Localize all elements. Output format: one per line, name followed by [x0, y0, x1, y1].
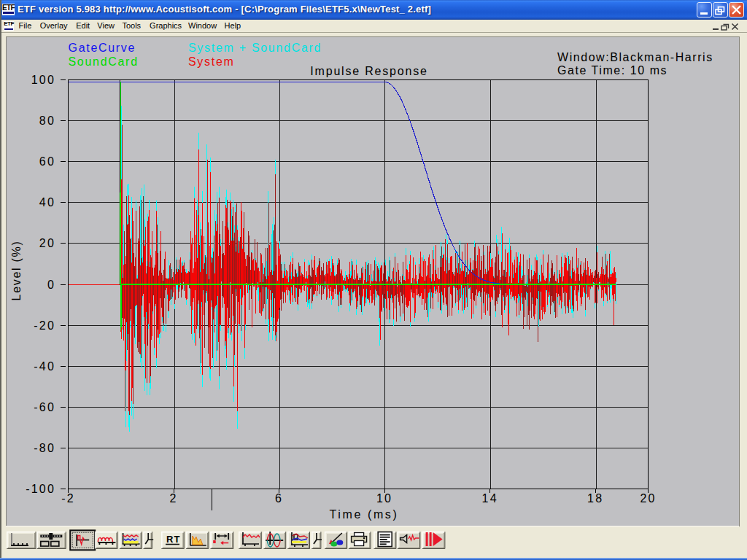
- svg-text:Time (ms): Time (ms): [330, 508, 399, 521]
- svg-text:-40: -40: [34, 360, 55, 373]
- svg-text:20: 20: [640, 492, 656, 505]
- svg-text:-100: -100: [26, 483, 55, 495]
- svg-text:System: System: [188, 55, 235, 68]
- svg-text:10: 10: [376, 492, 392, 505]
- svg-text:18: 18: [587, 492, 603, 505]
- svg-text:Gate Time: 10 ms: Gate Time: 10 ms: [557, 64, 667, 77]
- svg-text:6: 6: [275, 492, 283, 505]
- svg-text:80: 80: [39, 114, 55, 127]
- svg-text:System + SoundCard: System + SoundCard: [188, 42, 322, 54]
- svg-text:-60: -60: [34, 401, 55, 413]
- svg-text:40: 40: [39, 196, 55, 209]
- svg-text:20: 20: [39, 237, 55, 249]
- svg-text:14: 14: [482, 492, 498, 505]
- svg-text:100: 100: [31, 74, 55, 86]
- svg-text:GateCurve: GateCurve: [69, 42, 136, 54]
- svg-text:Window:Blackman-Harris: Window:Blackman-Harris: [557, 51, 713, 63]
- svg-text:2: 2: [169, 492, 177, 505]
- svg-text:RT: RT: [166, 534, 180, 545]
- svg-text:Level (%): Level (%): [10, 241, 23, 301]
- svg-text:0: 0: [47, 279, 55, 291]
- svg-text:SoundCard: SoundCard: [69, 55, 139, 68]
- svg-text:Impulse Response: Impulse Response: [310, 65, 427, 77]
- svg-text:-80: -80: [34, 442, 55, 454]
- svg-text:60: 60: [39, 155, 55, 168]
- svg-text:-2: -2: [61, 492, 75, 505]
- svg-text:-20: -20: [34, 319, 55, 332]
